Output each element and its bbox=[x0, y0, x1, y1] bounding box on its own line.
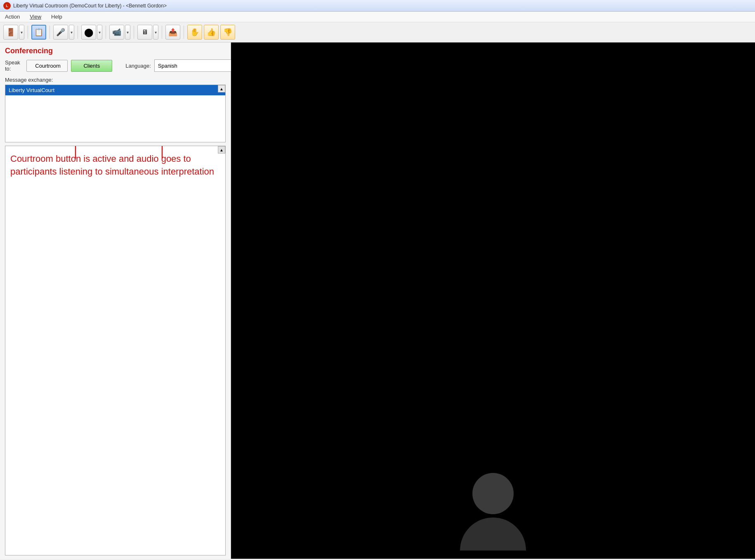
camera-button[interactable]: ⬤ bbox=[81, 25, 96, 40]
language-input[interactable] bbox=[154, 59, 237, 72]
toolbar-microphone-group: 🎤 ▾ bbox=[53, 25, 74, 40]
text-scroll-up[interactable]: ▲ bbox=[218, 146, 225, 154]
share-dropdown[interactable]: ▾ bbox=[153, 25, 158, 40]
exit-dropdown[interactable]: ▾ bbox=[19, 25, 24, 40]
conferencing-header: Conferencing bbox=[0, 43, 231, 58]
document-button[interactable]: 📋 bbox=[31, 25, 46, 40]
menu-action[interactable]: Action bbox=[3, 13, 21, 21]
annotation-arrows bbox=[5, 146, 225, 555]
toolbar-send-group: 📤 bbox=[165, 25, 180, 40]
message-list-item-liberty[interactable]: Liberty VirtualCourt bbox=[5, 85, 225, 95]
toolbar-exit-group: 🚪 ▾ bbox=[3, 25, 24, 40]
avatar-placeholder bbox=[460, 473, 526, 551]
raise-hand-button[interactable]: ✋ bbox=[187, 25, 202, 40]
annotation-area: ▲ Courtroom button is active and audio g… bbox=[5, 146, 226, 555]
app-icon: L bbox=[3, 2, 11, 9]
video-button[interactable]: 📹 bbox=[109, 25, 124, 40]
video-dropdown[interactable]: ▾ bbox=[125, 25, 130, 40]
title-bar-text: Liberty Virtual Courtroom (DemoCourt for… bbox=[13, 3, 167, 9]
thumbs-down-button[interactable]: 👎 bbox=[220, 25, 235, 40]
video-panel bbox=[231, 43, 755, 559]
separator-4 bbox=[106, 26, 106, 39]
annotation-text: Courtroom button is active and audio goe… bbox=[5, 146, 225, 185]
toolbar-share-group: 🖥 ▾ bbox=[137, 25, 158, 40]
exit-button[interactable]: 🚪 bbox=[3, 25, 18, 40]
clients-button[interactable]: Clients bbox=[71, 60, 112, 72]
share-button[interactable]: 🖥 bbox=[137, 25, 152, 40]
camera-dropdown[interactable]: ▾ bbox=[97, 25, 102, 40]
message-list: ▲ Liberty VirtualCourt bbox=[5, 85, 226, 142]
language-label: Language: bbox=[125, 63, 151, 69]
main-content: Conferencing Speak to: Courtroom Clients… bbox=[0, 43, 755, 559]
toolbar-document-group: 📋 bbox=[31, 25, 46, 40]
message-scroll-up[interactable]: ▲ bbox=[218, 85, 225, 92]
avatar-body bbox=[460, 517, 526, 551]
toolbar-camera-group: ⬤ ▾ bbox=[81, 25, 102, 40]
separator-7 bbox=[184, 26, 184, 39]
menu-view[interactable]: View bbox=[28, 13, 43, 21]
left-panel: Conferencing Speak to: Courtroom Clients… bbox=[0, 43, 231, 559]
courtroom-button[interactable]: Courtroom bbox=[26, 60, 68, 72]
avatar-head bbox=[472, 473, 514, 514]
speak-to-row: Speak to: Courtroom Clients bbox=[5, 59, 112, 72]
separator-1 bbox=[28, 26, 28, 39]
separator-5 bbox=[134, 26, 134, 39]
separator-2 bbox=[50, 26, 50, 39]
speak-to-label: Speak to: bbox=[5, 59, 21, 72]
separator-6 bbox=[162, 26, 162, 39]
send-button[interactable]: 📤 bbox=[165, 25, 180, 40]
menu-bar: Action View Help bbox=[0, 12, 755, 22]
title-bar: L Liberty Virtual Courtroom (DemoCourt f… bbox=[0, 0, 755, 12]
message-exchange-label: Message exchange: bbox=[0, 73, 231, 85]
microphone-button[interactable]: 🎤 bbox=[53, 25, 68, 40]
separator-3 bbox=[78, 26, 78, 39]
toolbar: 🚪 ▾ 📋 🎤 ▾ ⬤ ▾ 📹 ▾ 🖥 ▾ 📤 ✋ 👍 👎 bbox=[0, 22, 755, 43]
microphone-dropdown[interactable]: ▾ bbox=[69, 25, 74, 40]
menu-help[interactable]: Help bbox=[50, 13, 64, 21]
toolbar-video-group: 📹 ▾ bbox=[109, 25, 130, 40]
thumbs-up-button[interactable]: 👍 bbox=[204, 25, 219, 40]
